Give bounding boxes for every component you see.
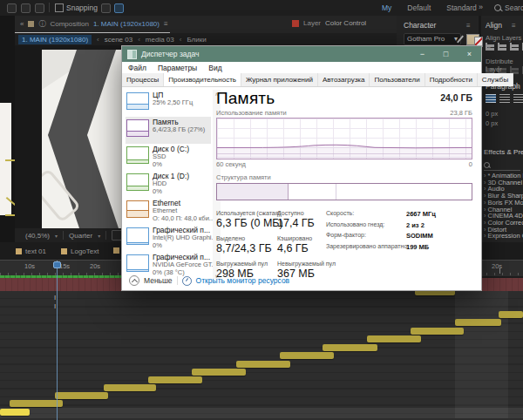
layer-duration-bar[interactable]: [455, 319, 501, 326]
layer-duration-bar[interactable]: [367, 335, 421, 342]
task-manager-tab[interactable]: Производительность: [164, 73, 241, 86]
effects-category[interactable]: ›Distort: [484, 227, 523, 234]
effects-search-icon[interactable]: [484, 162, 490, 168]
close-button[interactable]: ×: [458, 46, 481, 62]
paragraph-panel-menu-icon[interactable]: ≡: [515, 83, 520, 91]
align-panel-menu-icon[interactable]: ≡: [512, 22, 516, 30]
metric-thumbnail: [126, 173, 149, 191]
task-manager-tab[interactable]: Процессы: [122, 73, 164, 86]
layer-duration-bar[interactable]: [323, 344, 377, 351]
timeline-comp-tab[interactable]: LogoText: [61, 247, 98, 255]
breadcrumb-item[interactable]: scene 03: [105, 36, 132, 44]
breadcrumb-item[interactable]: Блики: [187, 36, 206, 44]
workspace-search-label[interactable]: Search: [505, 3, 523, 12]
open-resource-monitor-link[interactable]: Открыть монитор ресурсов: [196, 276, 290, 285]
panel-lock-icon[interactable]: [28, 21, 34, 27]
task-manager-tab[interactable]: Автозагрузка: [318, 73, 370, 86]
performance-sidebar-item[interactable]: Графический п... Intel(R) UHD Graphi... …: [126, 225, 211, 252]
effects-category[interactable]: ›Expression Con: [484, 233, 523, 240]
zoom-level-select[interactable]: (40,5%): [25, 232, 50, 240]
effects-category[interactable]: ›3D Channel: [484, 180, 523, 186]
timeline-comp-tab[interactable]: text 01: [16, 247, 46, 255]
workspace-tab[interactable]: Default: [407, 3, 431, 12]
timeline-tracks[interactable]: [0, 291, 523, 420]
fewer-details-button[interactable]: Меньше: [144, 276, 173, 285]
effects-category[interactable]: ›Color Correctio: [484, 220, 523, 227]
character-panel-menu-icon[interactable]: ≡: [466, 22, 471, 30]
effects-category-label: * Animation Pr: [488, 173, 523, 180]
workspace-tab[interactable]: Standard: [446, 3, 477, 12]
effects-category[interactable]: ›Blur & Sharpen: [484, 193, 523, 200]
menu-item[interactable]: Параметры: [158, 64, 197, 72]
layer-duration-bar[interactable]: [236, 361, 290, 368]
layer-duration-bar[interactable]: [104, 384, 156, 391]
memory-composition-segment: [336, 184, 472, 200]
effects-search-input[interactable]: [484, 170, 520, 171]
layer-duration-bar[interactable]: [192, 369, 246, 376]
task-manager-tab[interactable]: Службы: [478, 73, 513, 86]
metric-thumbnail: [126, 227, 149, 245]
performance-sidebar-item[interactable]: Диск 1 (D:) HDD 0%: [126, 171, 211, 198]
layer-duration-bar[interactable]: [411, 328, 464, 335]
snapping-checkbox[interactable]: [55, 3, 64, 12]
workspace-tab[interactable]: My: [382, 3, 391, 12]
task-manager-window[interactable]: Диспетчер задач − □ × Файл Параметры Вид…: [121, 45, 482, 291]
menu-item[interactable]: Вид: [208, 64, 221, 72]
layer-color-swatch: [292, 20, 299, 27]
grid-toggle-icon[interactable]: [114, 3, 124, 13]
layer-duration-bar[interactable]: [499, 311, 523, 318]
performance-sidebar-item[interactable]: Диск 0 (C:) SSD 0%: [126, 144, 211, 171]
task-manager-titlebar[interactable]: Диспетчер задач − □ ×: [122, 46, 481, 62]
selection-tool-icon[interactable]: [7, 3, 17, 13]
puppet-tool-icon[interactable]: [101, 3, 111, 13]
effects-category[interactable]: ›Audio: [484, 186, 523, 193]
breadcrumb-active[interactable]: 1. MAIN (1920x1080): [18, 35, 92, 44]
chevron-right-icon: ›: [484, 220, 486, 227]
comp-tab-label: text 01: [25, 247, 46, 255]
effects-category[interactable]: ›Boris FX Moch: [484, 200, 523, 207]
minimize-button[interactable]: −: [411, 46, 434, 62]
composition-tab-label[interactable]: Composition: [50, 20, 88, 28]
breadcrumb-item[interactable]: media 03: [146, 36, 174, 44]
align-text-center-icon[interactable]: [499, 94, 510, 103]
stat-value: 6,3 ГБ (0 МБ): [216, 217, 277, 229]
task-manager-tab[interactable]: Пользователи: [370, 73, 425, 86]
zoom-tool-icon[interactable]: [35, 3, 44, 13]
workspace-overflow-button[interactable]: »: [479, 3, 483, 11]
composition-name[interactable]: 1. MAIN (1920x1080): [93, 20, 160, 28]
layer-duration-bar[interactable]: [0, 409, 30, 416]
playhead-handle[interactable]: [53, 261, 61, 268]
align-left-icon[interactable]: [486, 43, 494, 51]
effects-category[interactable]: ›CINEMA 4D: [484, 213, 523, 220]
performance-sidebar-item[interactable]: Память 6,4/23,8 ГБ (27%): [126, 117, 211, 144]
layer-duration-bar[interactable]: [55, 392, 108, 399]
align-center-icon[interactable]: [498, 43, 506, 51]
breadcrumb-separator: ‹: [138, 36, 140, 44]
layer-duration-bar[interactable]: [148, 376, 202, 383]
align-right-icon[interactable]: [510, 43, 519, 51]
layer-tab[interactable]: Layer Color Control: [292, 19, 366, 27]
composition-marker[interactable]: [499, 268, 500, 274]
hand-tool-icon[interactable]: [21, 3, 31, 13]
resolution-select[interactable]: Quarter: [69, 232, 92, 240]
performance-sidebar-item[interactable]: ЦП 25% 2,50 ГГц: [126, 90, 211, 117]
effects-category[interactable]: ›Channel: [484, 207, 523, 213]
performance-sidebar: ЦП 25% 2,50 ГГц Память 6,4/23,8 ГБ (27%): [126, 90, 211, 279]
font-family-select[interactable]: Gotham Pro ▾: [404, 33, 461, 45]
task-manager-tab[interactable]: Журнал приложений: [241, 73, 318, 86]
playhead-line[interactable]: [57, 261, 58, 420]
maximize-button[interactable]: □: [434, 46, 458, 62]
layer-duration-bar[interactable]: [10, 400, 63, 407]
performance-sidebar-item[interactable]: Ethernet Ethernet О: 40,0 П: 48,0 кби...: [126, 198, 211, 225]
indent-right-field[interactable]: 0 px: [486, 119, 498, 127]
layer-duration-bar[interactable]: [280, 352, 334, 359]
indent-left-field[interactable]: 0 px: [486, 110, 498, 118]
task-manager-tab[interactable]: Подробности: [425, 73, 478, 86]
back-icon[interactable]: «: [20, 20, 24, 28]
search-icon[interactable]: [494, 4, 501, 11]
align-text-left-icon[interactable]: [486, 94, 496, 103]
align-text-right-icon[interactable]: [513, 94, 523, 103]
menu-item[interactable]: Файл: [128, 64, 146, 72]
effects-category[interactable]: ›* Animation Pr: [484, 173, 523, 180]
panel-menu-icon[interactable]: ≡: [164, 20, 168, 28]
